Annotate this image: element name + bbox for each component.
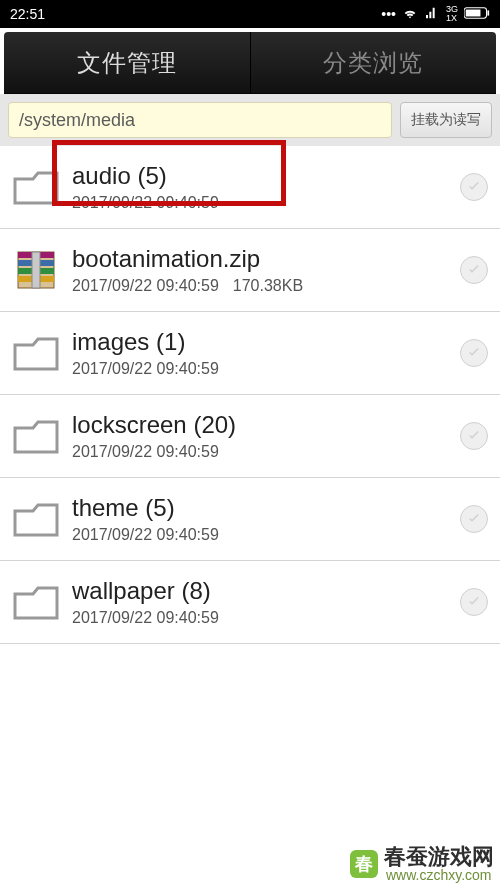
- watermark: 春 春蚕游戏网 www.czchxy.com: [350, 845, 494, 883]
- svg-rect-2: [466, 9, 481, 16]
- status-icons: ••• 3G1X: [381, 5, 490, 24]
- folder-icon: [8, 499, 64, 539]
- list-item[interactable]: audio (5) 2017/09/22 09:40:59: [0, 146, 500, 229]
- list-item[interactable]: lockscreen (20) 2017/09/22 09:40:59: [0, 395, 500, 478]
- file-list: audio (5) 2017/09/22 09:40:59 bootanimat…: [0, 146, 500, 644]
- item-datetime: 2017/09/22 09:40:59: [72, 277, 219, 295]
- item-datetime: 2017/09/22 09:40:59: [72, 194, 219, 212]
- select-checkbox[interactable]: [460, 588, 488, 616]
- item-datetime: 2017/09/22 09:40:59: [72, 443, 219, 461]
- wifi-icon: [402, 5, 418, 24]
- folder-icon: [8, 333, 64, 373]
- network-label: 3G1X: [446, 5, 458, 23]
- path-input[interactable]: [8, 102, 392, 138]
- item-name: theme (5): [72, 494, 460, 522]
- select-checkbox[interactable]: [460, 422, 488, 450]
- item-name: lockscreen (20): [72, 411, 460, 439]
- list-item[interactable]: bootanimation.zip 2017/09/22 09:40:59 17…: [0, 229, 500, 312]
- list-item[interactable]: wallpaper (8) 2017/09/22 09:40:59: [0, 561, 500, 644]
- tab-bar: 文件管理 分类浏览: [4, 32, 496, 94]
- item-name: bootanimation.zip: [72, 245, 460, 273]
- item-datetime: 2017/09/22 09:40:59: [72, 360, 219, 378]
- item-size: 170.38KB: [233, 277, 303, 295]
- list-item[interactable]: images (1) 2017/09/22 09:40:59: [0, 312, 500, 395]
- tab-label: 文件管理: [77, 47, 177, 79]
- list-item[interactable]: theme (5) 2017/09/22 09:40:59: [0, 478, 500, 561]
- watermark-logo-icon: 春: [350, 850, 378, 878]
- svg-rect-8: [32, 252, 40, 288]
- item-name: images (1): [72, 328, 460, 356]
- watermark-url: www.czchxy.com: [386, 868, 494, 883]
- select-checkbox[interactable]: [460, 256, 488, 284]
- item-name: wallpaper (8): [72, 577, 460, 605]
- battery-icon: [464, 6, 490, 23]
- item-name: audio (5): [72, 162, 460, 190]
- tab-category-browse[interactable]: 分类浏览: [251, 32, 497, 93]
- more-icon: •••: [381, 6, 396, 22]
- svg-rect-1: [487, 10, 489, 15]
- watermark-brand: 春蚕游戏网: [384, 845, 494, 868]
- folder-icon: [8, 582, 64, 622]
- select-checkbox[interactable]: [460, 339, 488, 367]
- folder-icon: [8, 167, 64, 207]
- archive-icon: [8, 246, 64, 294]
- item-datetime: 2017/09/22 09:40:59: [72, 526, 219, 544]
- mount-rw-button[interactable]: 挂载为读写: [400, 102, 492, 138]
- select-checkbox[interactable]: [460, 173, 488, 201]
- item-datetime: 2017/09/22 09:40:59: [72, 609, 219, 627]
- signal-icon: [424, 5, 440, 24]
- select-checkbox[interactable]: [460, 505, 488, 533]
- status-time: 22:51: [10, 6, 45, 22]
- folder-icon: [8, 416, 64, 456]
- path-bar: 挂载为读写: [0, 94, 500, 146]
- tab-label: 分类浏览: [323, 47, 423, 79]
- status-bar: 22:51 ••• 3G1X: [0, 0, 500, 28]
- tab-file-management[interactable]: 文件管理: [4, 32, 251, 93]
